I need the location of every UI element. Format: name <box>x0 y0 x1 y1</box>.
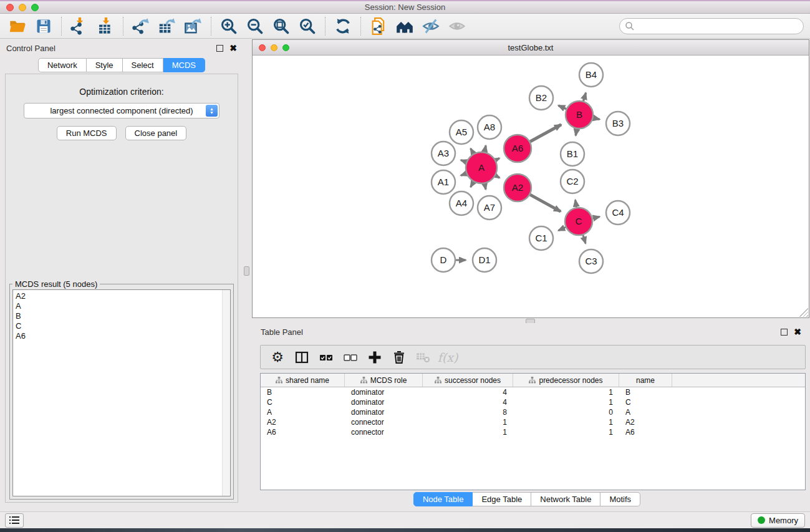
node-D1[interactable]: D1 <box>473 248 496 272</box>
open-session-icon[interactable] <box>9 17 26 35</box>
edge-C-C1[interactable] <box>558 227 566 230</box>
zoom-out-icon[interactable] <box>246 17 264 35</box>
create-column-icon[interactable] <box>367 349 383 365</box>
home-view-icon[interactable] <box>396 17 413 35</box>
node-C4[interactable]: C4 <box>606 201 630 225</box>
node-C3[interactable]: C3 <box>579 249 603 273</box>
node-A4[interactable]: A4 <box>450 191 473 215</box>
tab-select[interactable]: Select <box>123 58 163 72</box>
close-table-panel-icon[interactable]: ✖ <box>794 329 801 336</box>
column-header-shared-name[interactable]: shared name <box>261 374 345 387</box>
node-A6[interactable]: A6 <box>504 135 531 162</box>
table-row[interactable]: Adominator80A <box>261 407 805 417</box>
node-D[interactable]: D <box>432 248 455 272</box>
refresh-layout-icon[interactable] <box>334 17 352 35</box>
edge-B-B2[interactable] <box>558 105 566 109</box>
tab-node-table[interactable]: Node Table <box>413 492 473 506</box>
edge-B-B3[interactable] <box>593 118 599 119</box>
task-history-button[interactable] <box>5 513 24 528</box>
mcds-result-item[interactable]: A2 <box>16 291 230 301</box>
export-image-icon[interactable] <box>185 17 202 35</box>
column-header-predecessor-nodes[interactable]: predecessor nodes <box>513 374 619 387</box>
criterion-select[interactable]: largest connected component (directed) ▲… <box>24 103 219 118</box>
tab-network-table[interactable]: Network Table <box>531 492 600 506</box>
node-C1[interactable]: C1 <box>529 226 553 250</box>
unselect-all-columns-icon[interactable] <box>342 349 359 365</box>
float-table-panel-icon[interactable] <box>781 329 788 336</box>
node-B[interactable]: B <box>566 101 593 128</box>
scrollbar-track[interactable] <box>222 290 230 496</box>
zoom-selected-icon[interactable] <box>299 17 316 35</box>
window-resize-grip[interactable] <box>799 308 808 317</box>
save-session-icon[interactable] <box>35 17 52 35</box>
node-C2[interactable]: C2 <box>561 170 584 193</box>
node-B4[interactable]: B4 <box>579 63 603 87</box>
node-A1[interactable]: A1 <box>432 170 455 194</box>
edge-A-A3[interactable] <box>461 160 466 162</box>
zoom-fit-icon[interactable] <box>272 17 290 35</box>
tab-network[interactable]: Network <box>38 58 87 72</box>
column-header-MCDS-role[interactable]: MCDS role <box>345 374 423 387</box>
tab-mcds[interactable]: MCDS <box>163 58 205 72</box>
table-row[interactable]: Bdominator41B <box>261 387 805 397</box>
edge-A6-B[interactable] <box>530 125 561 142</box>
node-A2[interactable]: A2 <box>504 174 531 201</box>
node-A8[interactable]: A8 <box>478 115 501 139</box>
select-all-columns-icon[interactable] <box>318 349 334 365</box>
network-graph[interactable]: B4B2BB3A5A8A6B1A3AC2A1A2A4A7C4CC1DD1C3 <box>253 56 809 317</box>
vertical-divider-grip[interactable] <box>244 266 249 276</box>
mcds-result-item[interactable]: A6 <box>16 331 230 341</box>
zoom-in-icon[interactable] <box>220 17 238 35</box>
edge-A-A7[interactable] <box>485 184 486 190</box>
edge-A-A2[interactable] <box>496 176 499 178</box>
tab-edge-table[interactable]: Edge Table <box>473 492 531 506</box>
node-B2[interactable]: B2 <box>529 86 553 110</box>
float-panel-icon[interactable] <box>216 45 223 52</box>
node-A[interactable]: A <box>466 152 497 183</box>
edge-A-A4[interactable] <box>471 182 474 187</box>
show-columns-icon[interactable] <box>294 349 310 365</box>
close-panel-button[interactable]: Close panel <box>125 126 187 140</box>
node-table[interactable]: shared nameMCDS rolesuccessor nodesprede… <box>260 373 806 490</box>
mcds-result-item[interactable]: B <box>16 311 230 321</box>
tab-motifs[interactable]: Motifs <box>600 492 640 506</box>
edge-B-B1[interactable] <box>576 129 577 136</box>
table-settings-gear-icon[interactable]: ⚙ <box>269 349 286 365</box>
node-A3[interactable]: A3 <box>432 142 455 165</box>
table-row[interactable]: A2connector11A2 <box>261 417 805 427</box>
table-row[interactable]: Cdominator41C <box>261 397 805 407</box>
import-network-icon[interactable] <box>70 17 88 35</box>
delete-column-icon[interactable] <box>391 349 407 365</box>
node-B3[interactable]: B3 <box>606 112 630 135</box>
memory-button[interactable]: Memory <box>751 513 805 528</box>
mcds-result-item[interactable]: C <box>16 321 230 331</box>
node-B1[interactable]: B1 <box>561 142 584 166</box>
hide-details-icon[interactable] <box>422 17 440 35</box>
close-panel-icon[interactable]: ✖ <box>229 45 237 52</box>
mcds-result-list[interactable]: A2ABCA6 <box>12 289 231 496</box>
export-network-icon[interactable] <box>132 17 150 35</box>
run-mcds-button[interactable]: Run MCDS <box>57 126 117 140</box>
edge-C-C2[interactable] <box>576 200 577 208</box>
search-input[interactable] <box>619 18 804 34</box>
table-row[interactable]: A6connector11A6 <box>261 427 805 437</box>
edge-A-A1[interactable] <box>461 173 466 175</box>
network-window-titlebar[interactable]: testGlobe.txt <box>253 40 809 56</box>
edge-B-B4[interactable] <box>584 93 586 101</box>
edge-A-A8[interactable] <box>485 145 486 152</box>
edge-C-C3[interactable] <box>583 235 586 243</box>
tab-style[interactable]: Style <box>87 58 123 72</box>
mcds-result-item[interactable]: A <box>16 301 230 311</box>
edge-A2-C[interactable] <box>530 195 561 211</box>
node-C[interactable]: C <box>565 208 592 235</box>
edge-A-A6[interactable] <box>496 158 499 160</box>
edge-A-A5[interactable] <box>471 148 474 153</box>
node-A5[interactable]: A5 <box>450 120 473 144</box>
column-header-successor-nodes[interactable]: successor nodes <box>423 374 513 387</box>
export-table-icon[interactable] <box>158 17 176 35</box>
import-table-icon[interactable] <box>97 17 114 35</box>
network-canvas[interactable]: B4B2BB3A5A8A6B1A3AC2A1A2A4A7C4CC1DD1C3 <box>253 56 809 317</box>
edge-C-C4[interactable] <box>593 217 600 219</box>
node-A7[interactable]: A7 <box>478 196 501 220</box>
column-header-name[interactable]: name <box>619 374 672 387</box>
